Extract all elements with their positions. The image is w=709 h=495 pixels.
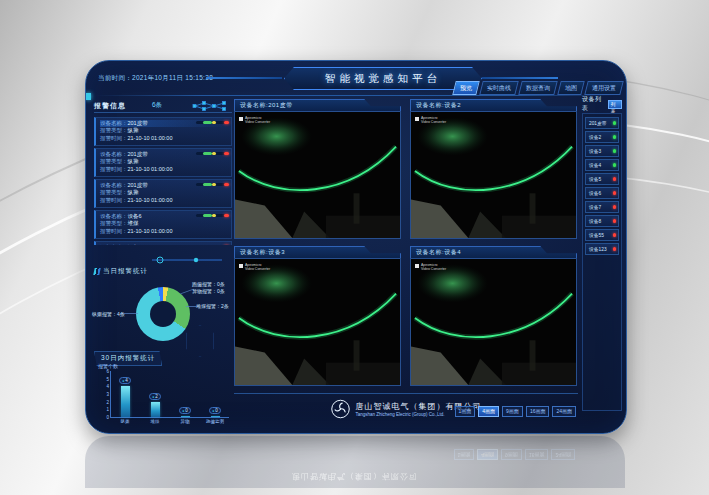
device-item[interactable]: 设备8 (585, 215, 619, 227)
bar (121, 386, 130, 417)
screen-16-button[interactable]: 16画面 (526, 406, 550, 417)
device-item[interactable]: 设备2 (585, 131, 619, 143)
dashboard-panel: 当前时间：2021年10月11日 15:15:38 智能视觉感知平台 预览 实时… (85, 60, 627, 434)
page-title-frame: 智能视觉感知平台 (284, 67, 482, 90)
y-tick: 4 (102, 384, 109, 389)
x-tick: 跑偏监测 (206, 419, 224, 424)
video-header: 设备名称:设备3 (234, 246, 401, 258)
device-item[interactable]: 设备3 (585, 145, 619, 157)
x-tick: 堆煤 (151, 419, 160, 424)
video-scene (235, 259, 400, 385)
video-scene (235, 112, 400, 238)
y-tick: 6 (102, 369, 109, 374)
device-list: 201皮带 设备2 设备3 设备4 设备5 设备6 设备7 设备8 设备55 设… (583, 114, 621, 258)
converter-watermark: ApexmicroVideo Converter (239, 116, 270, 124)
watermark-logo-icon (415, 117, 419, 121)
video-scene (411, 259, 576, 385)
donut-chart (136, 287, 190, 341)
alarm-panel-title: 报警信息 (94, 101, 126, 111)
panel-reflection: 唐山智诚电气（集团）有限公司 1画面 4画面 9画面 16画面 24画面 (85, 436, 625, 488)
header-divider (96, 95, 616, 96)
y-tick: 2 (102, 399, 109, 404)
screen-split-buttons: 1画面 4画面 9画面 16画面 24画面 (455, 406, 576, 417)
alarm-level-indicator (196, 152, 228, 155)
device-list-header: 设备列表 列表 (582, 99, 622, 109)
status-dot (613, 135, 617, 139)
device-item[interactable]: 设备7 (585, 201, 619, 213)
converter-watermark: ApexmicroVideo Converter (239, 263, 270, 271)
alarm-card[interactable]: 设备名称：201皮带 报警类型：纵撕 报警时间：21-10-10 01:00:0… (94, 179, 232, 208)
device-list-container: 201皮带 设备2 设备3 设备4 设备5 设备6 设备7 设备8 设备55 设… (582, 113, 622, 411)
watermark-logo-icon (239, 264, 243, 268)
monthly-alarm-bar-chart: 报警个数 6 5 4 3 2 1 0 4 2 (94, 365, 232, 425)
desktop-background: 当前时间：2021年10月11日 15:15:38 智能视觉感知平台 预览 实时… (0, 0, 709, 495)
alarm-count-badge: 6条 (152, 101, 162, 110)
x-tick: 异物 (181, 419, 190, 424)
donut-label: 堆煤报警：2条 (196, 303, 229, 309)
status-dot (613, 219, 617, 223)
video-panel-2[interactable]: 设备名称:设备2 ApexmicroVideo Conve (410, 99, 577, 239)
device-item[interactable]: 设备55 (585, 229, 619, 241)
bar (181, 416, 190, 418)
bar-value: 4 (119, 377, 131, 384)
video-feed: ApexmicroVideo Converter (410, 111, 577, 239)
screen-1-button[interactable]: 1画面 (455, 406, 476, 417)
tab-data-query[interactable]: 数据查询 (518, 81, 557, 95)
footer-bar: 唐山智诚电气（集团）有限公司 Tangshan Zhicheng Electri… (234, 393, 578, 430)
device-item[interactable]: 设备4 (585, 159, 619, 171)
status-dot (613, 149, 617, 153)
status-dot (613, 163, 617, 167)
screen-24-button[interactable]: 24画面 (552, 406, 576, 417)
device-item[interactable]: 201皮带 (585, 117, 619, 129)
page-title: 智能视觉感知平台 (325, 72, 441, 86)
video-feed: ApexmicroVideo Converter (234, 258, 401, 386)
y-tick: 5 (102, 376, 109, 381)
video-feed: ApexmicroVideo Converter (410, 258, 577, 386)
status-dot (613, 191, 617, 195)
bar-chart-plot: 6 5 4 3 2 1 0 4 2 0 (110, 371, 229, 418)
alarm-card[interactable]: 设备名称：201皮带 报警类型：纵撕 报警时间：21-10-10 01:00:0… (94, 148, 232, 177)
video-header: 设备名称:设备2 (410, 99, 577, 111)
tab-preview[interactable]: 预览 (452, 81, 479, 95)
company-logo-icon (331, 399, 351, 419)
today-stats-title: 当日报警统计 (94, 267, 148, 276)
donut-label: 纵撕报警：4条 (92, 311, 125, 317)
alarm-card[interactable]: 设备名称：设备6 报警类型：堆煤 报警时间：21-10-10 01:00:00 (94, 210, 232, 239)
status-dot (613, 121, 617, 125)
device-sidebar: 设备列表 列表 201皮带 设备2 设备3 设备4 设备5 设备6 设备7 设备… (582, 99, 622, 425)
bar-column: 2 (145, 393, 165, 417)
y-tick: 1 (102, 407, 109, 412)
status-dot (613, 177, 617, 181)
bar (211, 416, 220, 418)
video-panel-3[interactable]: 设备名称:设备3 ApexmicroVideo Conve (234, 246, 401, 386)
screen-4-button[interactable]: 4画面 (478, 406, 499, 417)
screen-9-button[interactable]: 9画面 (502, 406, 523, 417)
bar-column: 0 (175, 407, 195, 418)
section-icon (93, 268, 100, 275)
device-item[interactable]: 设备6 (585, 187, 619, 199)
video-header: 设备名称:设备4 (410, 246, 577, 258)
tab-realtime-curve[interactable]: 实时曲线 (479, 81, 518, 95)
device-list-toggle-button[interactable]: 列表 (608, 100, 622, 109)
tab-settings[interactable]: 通用设置 (584, 81, 623, 95)
alarm-sidebar: 报警信息 6条 设备名称：201皮带 报警类型：纵撕 (94, 99, 232, 425)
alarm-level-indicator (196, 183, 228, 186)
title-decoration-left (206, 77, 282, 79)
bar (151, 402, 160, 417)
watermark-logo-icon (239, 117, 243, 121)
video-panel-1[interactable]: 设备名称:201皮带 ApexmicroVideo Con (234, 99, 401, 239)
device-item[interactable]: 设备5 (585, 173, 619, 185)
circuit-decoration (152, 255, 230, 265)
bar-column: 4 (115, 377, 135, 417)
title-decoration-right (482, 77, 558, 79)
topology-icon (190, 100, 232, 112)
video-panel-4[interactable]: 设备名称:设备4 ApexmicroVideo Conve (410, 246, 577, 386)
watermark-logo-icon (415, 264, 419, 268)
alarm-card[interactable]: 设备名称：201皮带 报警类型：纵撕 报警时间：21-10-10 01:00:0… (94, 117, 232, 146)
video-wall: 设备名称:201皮带 ApexmicroVideo Con (234, 99, 578, 391)
tab-map[interactable]: 地图 (557, 81, 584, 95)
donut-label: 异物报警：0条 (192, 288, 225, 294)
alarm-card[interactable]: 设备名称：设备6 报警类型：堆煤 报警时间：21-10-10 01:00:00 (94, 241, 232, 245)
top-nav-tabs: 预览 实时曲线 数据查询 地图 通用设置 (454, 81, 622, 95)
device-item[interactable]: 设备123 (585, 243, 619, 255)
